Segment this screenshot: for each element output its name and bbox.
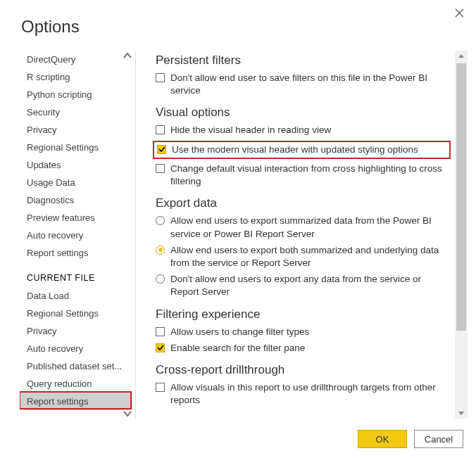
ok-button[interactable]: OK bbox=[358, 430, 407, 448]
nav-usage-data[interactable]: Usage Data bbox=[20, 174, 132, 191]
content-scrollbar[interactable] bbox=[455, 51, 468, 419]
nav-updates[interactable]: Updates bbox=[20, 156, 132, 174]
scroll-thumb[interactable] bbox=[456, 63, 466, 331]
opt-persistent-disallow[interactable]: Don't allow end user to save filters on … bbox=[156, 72, 451, 97]
section-filtering-exp: Filtering experience bbox=[156, 307, 451, 322]
nav-diagnostics[interactable]: Diagnostics bbox=[20, 191, 132, 209]
content-inner: Persistent filters Don't allow end user … bbox=[139, 51, 451, 407]
opt-label: Don't allow end users to export any data… bbox=[170, 273, 451, 298]
opt-label: Allow visuals in this report to use dril… bbox=[170, 381, 451, 407]
opt-enable-search[interactable]: Enable search for the filter pane bbox=[156, 342, 451, 355]
nav-security[interactable]: Security bbox=[20, 103, 132, 121]
opt-hide-header[interactable]: Hide the visual header in reading view bbox=[156, 124, 451, 136]
opt-label: Change default visual interaction from c… bbox=[170, 163, 451, 188]
cancel-button[interactable]: Cancel bbox=[414, 430, 463, 448]
checkbox-icon[interactable] bbox=[156, 125, 165, 134]
nav-cf-published-dataset[interactable]: Published dataset set... bbox=[20, 357, 132, 375]
nav-header-current-file: CURRENT FILE bbox=[20, 262, 132, 287]
chevron-up-icon[interactable] bbox=[123, 51, 132, 61]
radio-icon[interactable] bbox=[156, 274, 165, 284]
nav-directquery[interactable]: DirectQuery bbox=[20, 51, 132, 68]
nav-cf-privacy[interactable]: Privacy bbox=[20, 322, 132, 340]
opt-label: Enable search for the filter pane bbox=[170, 342, 305, 355]
opt-label: Use the modern visual header with update… bbox=[172, 144, 418, 156]
section-persistent-filters: Persistent filters bbox=[156, 53, 451, 68]
opt-modern-header[interactable]: Use the modern visual header with update… bbox=[153, 141, 451, 159]
section-visual-options: Visual options bbox=[156, 106, 451, 120]
opt-change-filter-types[interactable]: Allow users to change filter types bbox=[156, 326, 451, 338]
opt-cross-drillthrough[interactable]: Allow visuals in this report to use dril… bbox=[156, 381, 451, 407]
nav-cf-regional[interactable]: Regional Settings bbox=[20, 305, 132, 322]
checkbox-icon[interactable] bbox=[156, 164, 165, 173]
opt-label: Allow users to change filter types bbox=[170, 326, 309, 338]
dialog-title: Options bbox=[0, 0, 476, 37]
vertical-divider bbox=[135, 51, 136, 419]
nav-python-scripting[interactable]: Python scripting bbox=[20, 86, 132, 103]
scroll-down-icon[interactable] bbox=[455, 407, 468, 419]
content-panel: Persistent filters Don't allow end user … bbox=[139, 51, 468, 419]
nav-cf-auto-recovery[interactable]: Auto recovery bbox=[20, 340, 132, 357]
nav-cf-data-load[interactable]: Data Load bbox=[20, 287, 132, 305]
sidebar-scrollbar[interactable] bbox=[123, 51, 132, 419]
opt-cross-filtering[interactable]: Change default visual interaction from c… bbox=[156, 163, 451, 188]
opt-label: Don't allow end user to save filters on … bbox=[170, 72, 451, 97]
section-export-data: Export data bbox=[156, 196, 451, 210]
nav-cf-report-settings[interactable]: Report settings bbox=[20, 393, 132, 410]
close-button[interactable] bbox=[455, 8, 466, 20]
dialog-body: DirectQuery R scripting Python scripting… bbox=[20, 51, 468, 419]
nav-privacy[interactable]: Privacy bbox=[20, 121, 132, 139]
options-dialog: Options DirectQuery R scripting Python s… bbox=[0, 0, 476, 458]
opt-export-none[interactable]: Don't allow end users to export any data… bbox=[156, 273, 451, 298]
opt-export-both[interactable]: Allow end users to export both summarize… bbox=[156, 244, 451, 269]
opt-export-summarized[interactable]: Allow end users to export summarized dat… bbox=[156, 215, 451, 240]
checkbox-icon[interactable] bbox=[156, 327, 165, 336]
nav-auto-recovery[interactable]: Auto recovery bbox=[20, 227, 132, 244]
nav-report-settings-global[interactable]: Report settings bbox=[20, 244, 132, 262]
opt-label: Allow end users to export both summarize… bbox=[170, 244, 451, 269]
scroll-up-icon[interactable] bbox=[455, 51, 468, 62]
section-cross-report: Cross-report drillthrough bbox=[156, 363, 451, 377]
checkbox-checked-icon[interactable] bbox=[156, 343, 165, 352]
opt-label: Allow end users to export summarized dat… bbox=[170, 215, 451, 240]
nav-preview-features[interactable]: Preview features bbox=[20, 209, 132, 227]
checkbox-checked-icon[interactable] bbox=[157, 145, 166, 154]
radio-icon[interactable] bbox=[156, 216, 165, 225]
opt-label: Hide the visual header in reading view bbox=[170, 124, 331, 136]
nav-regional-settings[interactable]: Regional Settings bbox=[20, 139, 132, 156]
chevron-down-icon[interactable] bbox=[123, 409, 132, 419]
checkbox-icon[interactable] bbox=[156, 383, 165, 392]
nav-r-scripting[interactable]: R scripting bbox=[20, 68, 132, 86]
sidebar: DirectQuery R scripting Python scripting… bbox=[20, 51, 132, 419]
dialog-footer: OK Cancel bbox=[358, 430, 463, 448]
checkbox-icon[interactable] bbox=[156, 73, 165, 82]
sidebar-list: DirectQuery R scripting Python scripting… bbox=[20, 51, 132, 410]
nav-cf-query-reduction[interactable]: Query reduction bbox=[20, 375, 132, 393]
radio-checked-icon[interactable] bbox=[156, 246, 165, 255]
